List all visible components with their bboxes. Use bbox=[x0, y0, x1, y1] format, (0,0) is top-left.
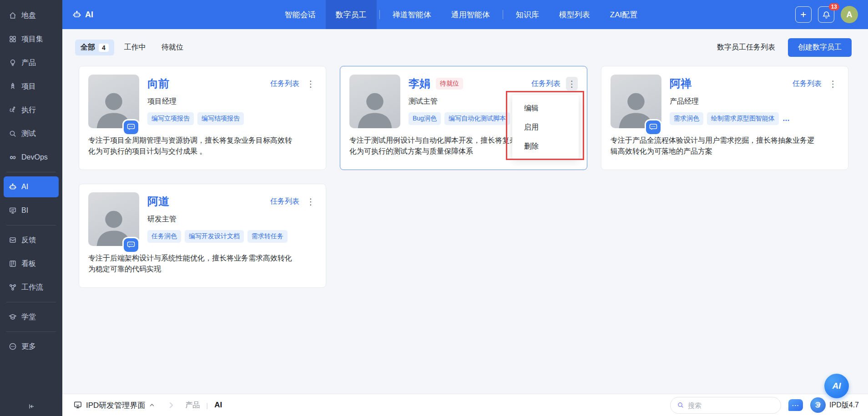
sidebar-item-ai[interactable]: AI bbox=[4, 176, 59, 197]
sidebar-item-home[interactable]: 地盘 bbox=[4, 5, 59, 26]
tab-model-list[interactable]: 模型列表 bbox=[549, 0, 600, 29]
skill-tag[interactable]: 编写结项报告 bbox=[197, 112, 244, 125]
sidebar-item-bi[interactable]: BI bbox=[4, 200, 59, 221]
sidebar-item-project[interactable]: 项目 bbox=[4, 76, 59, 97]
app-root: 地盘 项目集 产品 项目 执行 测试 ∞ DevOps AI bbox=[0, 0, 868, 416]
tab-separator bbox=[379, 10, 380, 19]
filter-tabs: 全部 4 工作中 待就位 bbox=[75, 40, 717, 55]
kanban-icon bbox=[8, 259, 17, 268]
task-list-link[interactable]: 任务列表 bbox=[270, 197, 299, 206]
skill-tag[interactable]: 需求转任务 bbox=[247, 230, 288, 243]
photo-wrap bbox=[88, 192, 139, 246]
card-info: 向前 任务列表 ⋮ 项目经理 编写立项报告 编写结项报告 bbox=[147, 75, 317, 128]
kebab-menu-button[interactable]: ⋮ bbox=[827, 77, 839, 90]
ai-assistant-fab[interactable]: AI bbox=[824, 374, 849, 398]
sidebar-item-execution[interactable]: 执行 bbox=[4, 100, 59, 120]
sidebar-item-feedback[interactable]: 反馈 bbox=[4, 230, 59, 251]
breadcrumb-product[interactable]: 产品 bbox=[185, 401, 200, 410]
employee-card: 向前 任务列表 ⋮ 项目经理 编写立项报告 编写结项报告 专注于项目全周期管理与… bbox=[79, 66, 326, 170]
project-set-icon bbox=[8, 35, 17, 44]
sidebar-item-kanban[interactable]: 看板 bbox=[4, 253, 59, 274]
notifications-button[interactable]: 13 bbox=[818, 6, 834, 23]
breadcrumb-bar: | bbox=[206, 401, 208, 409]
name-row: 李娟 待就位 任务列表 ⋮ bbox=[409, 76, 578, 91]
ai-robot-icon bbox=[8, 182, 17, 191]
employee-role: 研发主管 bbox=[147, 215, 317, 224]
skill-tag[interactable]: 绘制需求原型图智能体 bbox=[707, 112, 779, 125]
employee-photo bbox=[349, 75, 400, 128]
sidebar-item-test[interactable]: 测试 bbox=[4, 123, 59, 144]
employee-name[interactable]: 李娟 bbox=[409, 76, 430, 91]
notification-badge: 13 bbox=[829, 3, 839, 10]
sidebar-item-project-set[interactable]: 项目集 bbox=[4, 29, 59, 50]
chat-glyph bbox=[127, 124, 135, 131]
sidebar-item-workflow[interactable]: 工作流 bbox=[4, 277, 59, 298]
kebab-menu-button[interactable]: ⋮ bbox=[566, 77, 578, 90]
kebab-menu-button[interactable]: ⋮ bbox=[305, 195, 317, 208]
person-silhouette-icon bbox=[352, 85, 398, 128]
skill-tag[interactable]: 需求润色 bbox=[670, 112, 703, 125]
filter-tab-all[interactable]: 全部 4 bbox=[75, 40, 114, 55]
main-column: AI 智能会话 数字员工 禅道智能体 通用智能体 知识库 模型列表 ZAI配置 bbox=[62, 0, 868, 416]
tab-digital-employee[interactable]: 数字员工 bbox=[326, 0, 377, 29]
sidebar-item-school[interactable]: 学堂 bbox=[4, 306, 59, 327]
menu-item-edit[interactable]: 编辑 bbox=[512, 99, 579, 118]
sidebar-item-label: BI bbox=[21, 206, 28, 215]
user-avatar[interactable]: A bbox=[841, 6, 858, 23]
bell-icon bbox=[822, 10, 831, 19]
tab-general-agent[interactable]: 通用智能体 bbox=[441, 0, 500, 29]
sidebar-item-devops[interactable]: ∞ DevOps bbox=[4, 147, 59, 168]
skill-tag[interactable]: Bug润色 bbox=[409, 112, 441, 125]
tab-smart-chat[interactable]: 智能会话 bbox=[275, 0, 326, 29]
create-digital-employee-button[interactable]: 创建数字员工 bbox=[788, 38, 852, 57]
task-list-link[interactable]: 任务列表 bbox=[792, 79, 822, 89]
digital-employee-task-list-link[interactable]: 数字员工任务列表 bbox=[717, 43, 775, 52]
skill-tag[interactable]: 任务润色 bbox=[147, 230, 181, 243]
sidebar-item-label: 工作流 bbox=[21, 283, 43, 292]
tab-zai-config[interactable]: ZAI配置 bbox=[600, 0, 647, 29]
add-button[interactable] bbox=[795, 6, 812, 23]
feedback-icon bbox=[8, 236, 17, 245]
home-icon bbox=[8, 11, 17, 20]
filter-tab-working[interactable]: 工作中 bbox=[119, 40, 151, 55]
bottom-status-bar: IPD研发管理界面 › 产品 | AI ··· IPD版4.7 bbox=[62, 394, 868, 416]
chat-bubble-icon[interactable] bbox=[124, 120, 138, 134]
bi-icon bbox=[8, 206, 17, 215]
photo-wrap bbox=[88, 75, 139, 128]
kebab-menu-button[interactable]: ⋮ bbox=[305, 77, 317, 90]
chat-bubble-icon[interactable] bbox=[124, 238, 138, 252]
app-monitor-icon bbox=[73, 401, 82, 410]
employee-name[interactable]: 阿道 bbox=[147, 194, 169, 209]
zentao-logo[interactable] bbox=[810, 397, 826, 413]
employee-name[interactable]: 阿禅 bbox=[670, 76, 691, 91]
employee-name[interactable]: 向前 bbox=[147, 76, 169, 91]
menu-item-enable[interactable]: 启用 bbox=[512, 118, 579, 137]
tab-separator bbox=[503, 10, 503, 19]
tag-row: 任务润色 编写开发设计文档 需求转任务 bbox=[147, 230, 317, 243]
chevron-up-icon bbox=[149, 402, 155, 408]
employee-description: 专注于后端架构设计与系统性能优化，擅长将业务需求高效转化 为稳定可靠的代码实现 bbox=[88, 253, 317, 275]
more-tags-ellipsis[interactable]: … bbox=[782, 115, 790, 123]
tab-zentao-agent[interactable]: 禅道智能体 bbox=[383, 0, 441, 29]
chat-glyph bbox=[649, 124, 657, 131]
app-switcher[interactable]: IPD研发管理界面 bbox=[73, 400, 155, 411]
sidebar-item-label: 产品 bbox=[21, 58, 36, 68]
menu-item-delete[interactable]: 删除 bbox=[512, 137, 579, 156]
tab-knowledge-base[interactable]: 知识库 bbox=[506, 0, 549, 29]
feedback-chat-icon[interactable]: ··· bbox=[788, 399, 803, 411]
task-list-link[interactable]: 任务列表 bbox=[531, 79, 560, 89]
skill-tag[interactable]: 编写开发设计文档 bbox=[185, 230, 244, 243]
sidebar-item-more[interactable]: 更多 bbox=[4, 336, 59, 357]
task-list-link[interactable]: 任务列表 bbox=[270, 79, 299, 89]
search-input[interactable] bbox=[688, 401, 756, 409]
sidebar-divider bbox=[6, 172, 56, 172]
employee-role: 产品经理 bbox=[670, 97, 839, 106]
skill-tag[interactable]: 编写自动化测试脚本 bbox=[444, 112, 510, 125]
sidebar-divider bbox=[6, 225, 56, 226]
tag-row: 需求润色 绘制需求原型图智能体 … bbox=[670, 112, 839, 125]
sidebar-collapse-button[interactable] bbox=[0, 402, 62, 411]
sidebar-item-product[interactable]: 产品 bbox=[4, 52, 59, 73]
chat-bubble-icon[interactable] bbox=[646, 120, 661, 134]
filter-tab-pending[interactable]: 待就位 bbox=[156, 40, 189, 55]
skill-tag[interactable]: 编写立项报告 bbox=[147, 112, 194, 125]
